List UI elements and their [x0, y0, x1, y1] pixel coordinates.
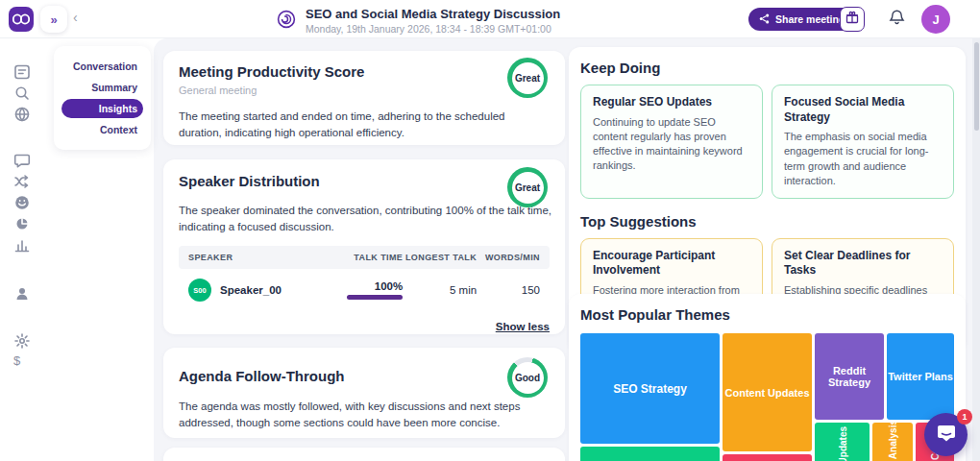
mini-card-title: Set Clear Deadlines for Tasks [784, 249, 942, 279]
meeting-nav: Conversation Summary Insights Context [54, 46, 151, 150]
score-ring-badge: Great [507, 167, 548, 207]
globe-icon[interactable] [13, 106, 31, 123]
tab-insights[interactable]: Insights [61, 99, 143, 118]
agenda-follow-through-card: Agenda Follow-Through Good The agenda wa… [163, 348, 565, 438]
meeting-datetime: Monday, 19th January 2026, 18:34 - 18:39… [306, 23, 560, 35]
notifications-bell-icon[interactable] [889, 9, 905, 30]
expand-sidebar-button[interactable]: » [40, 6, 67, 33]
keep-doing-heading: Keep Doing [580, 60, 954, 76]
card-body: The meeting started and ended on time, a… [179, 109, 550, 140]
tab-context[interactable]: Context [61, 120, 143, 139]
words-per-min-value: 150 [477, 284, 540, 296]
tab-conversation[interactable]: Conversation [61, 57, 143, 76]
dollar-icon[interactable]: $ [13, 353, 31, 371]
mini-card-body: Continuing to update SEO content regular… [593, 115, 750, 174]
user-icon[interactable] [13, 285, 31, 303]
tab-summary[interactable]: Summary [61, 78, 143, 97]
scrollbar-thumb[interactable] [974, 42, 979, 131]
speaker-table: SPEAKER TALK TIME LONGEST TALK WORDS/MIN… [179, 246, 550, 305]
top-suggestions-heading: Top Suggestions [580, 213, 954, 230]
speaker-avatar: S00 [188, 279, 211, 302]
card-title: Speaker Distribution [179, 173, 550, 189]
bar-chart-icon[interactable] [13, 236, 31, 254]
show-less-link[interactable]: Show less [179, 321, 550, 332]
chat-notification-badge: 1 [957, 409, 972, 425]
clipped-card [163, 448, 565, 461]
pie-icon[interactable] [13, 215, 31, 232]
chat-bubble-icon [936, 423, 957, 448]
search-icon[interactable] [13, 85, 31, 102]
card-body: The speaker dominated the conversation, … [179, 203, 563, 234]
table-row: S00 Speaker_00 100% 5 min 150 [179, 269, 550, 305]
mini-card-title: Encourage Participant Involvement [593, 249, 750, 279]
card-title: Agenda Follow-Through [179, 368, 550, 384]
treemap-block[interactable]: Twitter Plans [887, 333, 954, 420]
mini-card-body: The emphasis on social media engagement … [784, 130, 942, 188]
card-body: The agenda was mostly followed, with key… [179, 399, 550, 430]
popular-themes-card: Most Popular Themes SEO Strategy Content… [569, 294, 966, 461]
themes-treemap: SEO Strategy Content Updates Reddit Stra… [580, 333, 954, 461]
recording-spiral-icon [277, 10, 296, 33]
back-chevron-icon[interactable]: ‹ [73, 10, 78, 25]
mini-card-title: Focused Social Media Strategy [784, 95, 942, 125]
card-subtitle: General meeting [179, 85, 550, 96]
top-bar: » ‹ SEO and Social Media Strategy Discus… [0, 0, 980, 38]
talk-time-progress-bar [347, 295, 403, 300]
treemap-block[interactable]: Content Updates [723, 333, 812, 451]
treemap-block[interactable]: Reddit Strategy [815, 333, 884, 420]
user-avatar[interactable]: J [921, 5, 950, 34]
treemap-block[interactable]: Analysis [872, 423, 913, 461]
share-icon [759, 13, 770, 26]
notes-icon[interactable] [13, 63, 31, 81]
speaker-distribution-card: Speaker Distribution Great The speaker d… [163, 159, 565, 334]
score-ring-badge: Great [507, 58, 548, 98]
productivity-score-card: Meeting Productivity Score General meeti… [163, 51, 565, 145]
mini-card-title: Regular SEO Updates [593, 95, 750, 110]
speaker-name: Speaker_00 [220, 284, 282, 296]
shuffle-icon[interactable] [13, 173, 31, 190]
card-title: Meeting Productivity Score [179, 63, 550, 80]
keep-doing-card[interactable]: Focused Social Media Strategy The emphas… [772, 85, 954, 199]
gift-button[interactable] [840, 7, 865, 32]
gift-icon [845, 11, 859, 28]
score-ring-badge: Good [507, 357, 548, 398]
meeting-title: SEO and Social Media Strategy Discussion [306, 7, 560, 21]
keep-doing-card[interactable]: Regular SEO Updates Continuing to update… [580, 85, 763, 199]
icon-rail: $ [0, 38, 44, 461]
gear-icon[interactable] [13, 332, 31, 350]
treemap-block[interactable]: SEO Strategy [580, 333, 720, 444]
main-content: Meeting Productivity Score General meeti… [154, 38, 972, 461]
share-meeting-label: Share meeting [775, 13, 845, 25]
chat-icon[interactable] [13, 152, 31, 169]
treemap-block[interactable] [723, 454, 812, 461]
treemap-block[interactable]: Updates [815, 423, 870, 461]
app-logo-icon[interactable] [9, 7, 34, 32]
smiley-icon[interactable] [13, 194, 31, 211]
talk-time-value: 100% [375, 280, 403, 292]
themes-heading: Most Popular Themes [580, 306, 954, 323]
treemap-block[interactable] [580, 447, 720, 461]
longest-talk-value: 5 min [403, 284, 477, 296]
speaker-table-header: SPEAKER TALK TIME LONGEST TALK WORDS/MIN [179, 246, 550, 269]
